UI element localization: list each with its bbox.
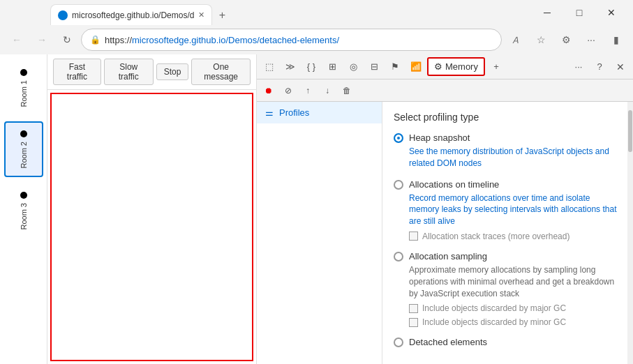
room-1-label: Room 1 bbox=[20, 80, 28, 107]
one-message-button[interactable]: One message bbox=[191, 59, 251, 85]
allocation-sampling-desc: Approximate memory allocations by sampli… bbox=[409, 264, 622, 299]
new-tab-button[interactable]: + bbox=[212, 6, 232, 25]
memory-gear-icon: ⚙ bbox=[434, 61, 442, 72]
sidebar-button[interactable]: ▮ bbox=[605, 29, 627, 51]
scrollbar-thumb[interactable] bbox=[628, 110, 632, 152]
allocations-timeline-row: Allocations on timeline bbox=[394, 179, 622, 190]
title-bar: microsoftedge.github.io/Demos/d ✕ + ─ □ … bbox=[0, 0, 633, 25]
detached-elements-radio[interactable] bbox=[394, 338, 403, 347]
minimize-button[interactable]: ─ bbox=[531, 1, 563, 24]
record-button[interactable]: ⏺ bbox=[260, 82, 278, 100]
download-button[interactable]: ↓ bbox=[318, 82, 336, 100]
profiles-item[interactable]: ⚌ Profiles bbox=[257, 102, 382, 123]
room-sidebar: Room 1 Room 2 Room 3 bbox=[0, 54, 47, 364]
tab-close-icon[interactable]: ✕ bbox=[198, 10, 204, 20]
detached-elements-row: Detached elements bbox=[394, 337, 622, 347]
detached-elements-option[interactable]: Detached elements bbox=[394, 337, 622, 347]
add-panel-button[interactable]: + bbox=[486, 57, 506, 77]
devtools-more-button[interactable]: ··· bbox=[569, 57, 588, 77]
address-text: https://microsoftedge.github.io/Demos/de… bbox=[105, 35, 493, 45]
network-panel-icon[interactable]: ⊞ bbox=[322, 57, 342, 77]
slow-traffic-button[interactable]: Slow traffic bbox=[104, 59, 154, 85]
tab-bar: microsoftedge.github.io/Demos/d ✕ + bbox=[6, 0, 528, 25]
tab-favicon bbox=[58, 10, 68, 20]
heap-snapshot-desc: See the memory distribution of JavaScrip… bbox=[409, 146, 622, 169]
room-1-dot bbox=[20, 69, 27, 76]
close-button[interactable]: ✕ bbox=[595, 1, 627, 24]
memory-panel-tab[interactable]: ⚙ Memory bbox=[427, 57, 485, 76]
nav-bar: ← → ↻ 🔒 https://microsoftedge.github.io/… bbox=[0, 25, 633, 54]
heap-snapshot-radio[interactable] bbox=[394, 133, 403, 143]
allocations-timeline-desc: Record memory allocations over time and … bbox=[409, 192, 622, 227]
address-bar[interactable]: 🔒 https://microsoftedge.github.io/Demos/… bbox=[81, 29, 502, 51]
allocations-timeline-label: Allocations on timeline bbox=[409, 179, 499, 190]
major-gc-checkbox[interactable] bbox=[409, 304, 418, 313]
devtools-body: ⚌ Profiles Select profiling type Heap sn… bbox=[257, 102, 633, 364]
room-item-2[interactable]: Room 2 bbox=[4, 121, 43, 177]
room-3-dot bbox=[20, 192, 27, 199]
profiles-icon: ⚌ bbox=[265, 107, 274, 118]
minor-gc-label: Include objects discarded by minor GC bbox=[422, 317, 566, 327]
upload-button[interactable]: ↑ bbox=[299, 82, 317, 100]
room-item-1[interactable]: Room 1 bbox=[4, 60, 43, 116]
security-panel-icon[interactable]: ⚑ bbox=[385, 57, 405, 77]
heap-snapshot-option[interactable]: Heap snapshot See the memory distributio… bbox=[394, 132, 622, 169]
major-gc-row: Include objects discarded by major GC bbox=[409, 303, 622, 313]
extensions-button[interactable]: ⚙ bbox=[555, 29, 577, 51]
devtools-right-panel: Select profiling type Heap snapshot See … bbox=[382, 102, 633, 364]
allocation-sampling-option[interactable]: Allocation sampling Approximate memory a… bbox=[394, 251, 622, 327]
performance-panel-icon[interactable]: ◎ bbox=[343, 57, 363, 77]
memory-tab-label: Memory bbox=[445, 61, 478, 72]
heap-snapshot-label: Heap snapshot bbox=[409, 132, 470, 143]
window-controls: ─ □ ✕ bbox=[531, 1, 627, 24]
allocation-stack-traces-checkbox[interactable] bbox=[409, 232, 418, 241]
console-panel-icon[interactable]: ≫ bbox=[281, 57, 300, 77]
tab-title: microsoftedge.github.io/Demos/d bbox=[72, 10, 194, 20]
reader-mode-button[interactable]: 𝘈 bbox=[505, 29, 527, 51]
allocation-sampling-label: Allocation sampling bbox=[409, 251, 487, 261]
maximize-button[interactable]: □ bbox=[563, 1, 595, 24]
allocation-sampling-row: Allocation sampling bbox=[394, 251, 622, 261]
clear-button[interactable]: ⊘ bbox=[279, 82, 297, 100]
allocations-timeline-radio[interactable] bbox=[394, 180, 403, 190]
allocations-timeline-option[interactable]: Allocations on timeline Record memory al… bbox=[394, 179, 622, 241]
room-2-dot bbox=[20, 130, 27, 137]
fast-traffic-button[interactable]: Fast traffic bbox=[53, 59, 101, 85]
devtools-toolbar: ⬚ ≫ { } ⊞ ◎ ⊟ ⚑ 📶 ⚙ Memory + ··· ? ✕ bbox=[257, 54, 633, 79]
wireless-panel-icon[interactable]: 📶 bbox=[406, 57, 426, 77]
main-content: Room 1 Room 2 Room 3 Fast traffic Slow t… bbox=[0, 54, 633, 364]
devtools-left-panel: ⚌ Profiles bbox=[257, 102, 382, 364]
allocation-stack-traces-label: Allocation stack traces (more overhead) bbox=[422, 232, 569, 241]
app-content bbox=[50, 93, 253, 361]
heap-snapshot-row: Heap snapshot bbox=[394, 132, 622, 143]
allocation-stack-traces-row: Allocation stack traces (more overhead) bbox=[409, 232, 622, 241]
room-2-label: Room 2 bbox=[20, 142, 28, 169]
devtools-panel: ⬚ ≫ { } ⊞ ◎ ⊟ ⚑ 📶 ⚙ Memory + ··· ? ✕ bbox=[256, 54, 633, 364]
favorites-button[interactable]: ☆ bbox=[530, 29, 552, 51]
elements-panel-icon[interactable]: ⬚ bbox=[260, 57, 279, 77]
lock-icon: 🔒 bbox=[90, 35, 100, 45]
sources-panel-icon[interactable]: { } bbox=[301, 57, 321, 77]
devtools-help-button[interactable]: ? bbox=[590, 57, 609, 77]
stop-button[interactable]: Stop bbox=[156, 63, 189, 80]
devtools-close-button[interactable]: ✕ bbox=[611, 57, 630, 77]
allocation-sampling-radio[interactable] bbox=[394, 252, 403, 261]
application-panel-icon[interactable]: ⊟ bbox=[364, 57, 384, 77]
more-button[interactable]: ··· bbox=[580, 29, 602, 51]
scrollbar-track[interactable] bbox=[627, 102, 633, 364]
room-item-3[interactable]: Room 3 bbox=[4, 183, 43, 238]
back-button[interactable]: ← bbox=[6, 29, 28, 51]
delete-button[interactable]: 🗑 bbox=[338, 82, 356, 100]
profiles-label: Profiles bbox=[279, 107, 309, 118]
website-area: Room 1 Room 2 Room 3 Fast traffic Slow t… bbox=[0, 54, 256, 364]
app-area: Fast traffic Slow traffic Stop One messa… bbox=[47, 54, 256, 364]
app-toolbar: Fast traffic Slow traffic Stop One messa… bbox=[47, 54, 256, 90]
active-tab[interactable]: microsoftedge.github.io/Demos/d ✕ bbox=[50, 4, 212, 25]
minor-gc-checkbox[interactable] bbox=[409, 318, 418, 327]
major-gc-label: Include objects discarded by major GC bbox=[422, 303, 566, 313]
browser-window: microsoftedge.github.io/Demos/d ✕ + ─ □ … bbox=[0, 0, 633, 364]
refresh-button[interactable]: ↻ bbox=[56, 29, 78, 51]
forward-button[interactable]: → bbox=[31, 29, 53, 51]
detached-elements-label: Detached elements bbox=[409, 337, 487, 347]
section-title: Select profiling type bbox=[394, 112, 622, 123]
